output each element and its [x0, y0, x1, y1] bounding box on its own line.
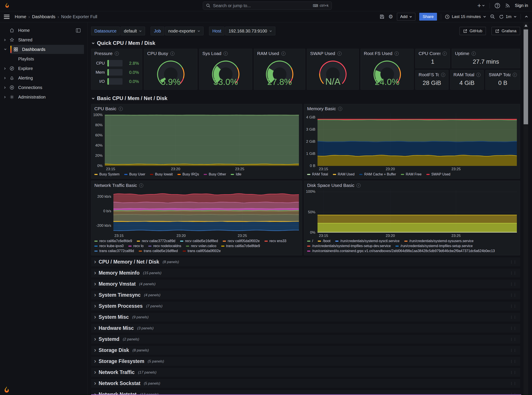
panel-title[interactable]: Sys Load: [202, 51, 221, 56]
legend-item[interactable]: /boot: [318, 239, 331, 243]
refresh-picker[interactable]: 1m: [499, 14, 517, 19]
dashboard-row-network-sockstat[interactable]: › Network Sockstat (5 panels) ⋮⋮: [91, 379, 520, 388]
info-icon[interactable]: i: [395, 52, 399, 56]
legend-item[interactable]: Busy IRQs: [178, 172, 199, 176]
legend-item[interactable]: /run/containerd/io.containerd.grpc.v1.cr…: [307, 249, 495, 253]
drag-handle-icon[interactable]: ⋮⋮: [510, 260, 517, 264]
legend-item[interactable]: trans calif05da0f002e: [183, 249, 221, 253]
scrollbar-thumb[interactable]: [524, 29, 528, 124]
variable-value-dropdown[interactable]: 192.168.30.73:9100: [225, 27, 275, 35]
variable-value-dropdown[interactable]: node-exporter: [165, 27, 204, 35]
scrollbar[interactable]: [524, 22, 528, 395]
legend-item[interactable]: trans caliac3772ca89d: [94, 249, 134, 253]
legend-item[interactable]: recv calif05da0f002e: [223, 239, 260, 243]
legend-item[interactable]: /run/credentials/systemd-sysctl.service: [335, 239, 400, 243]
panel-title[interactable]: Pressure: [94, 51, 113, 56]
panel-title[interactable]: Memory Basic: [307, 106, 336, 111]
dashboard-row-network-traffic[interactable]: › Network Traffic (17 panels) ⋮⋮: [91, 368, 520, 377]
legend-item[interactable]: RAM Free: [401, 172, 422, 176]
legend-item[interactable]: /: [307, 239, 313, 243]
legend-item[interactable]: Busy System: [94, 172, 119, 176]
info-icon[interactable]: i: [337, 52, 342, 56]
drag-handle-icon[interactable]: ⋮⋮: [510, 370, 517, 374]
legend-item[interactable]: /run/credentials/systemd-sysusers.servic…: [404, 239, 473, 243]
legend-item[interactable]: RAM Total: [307, 172, 328, 176]
drag-handle-icon[interactable]: ⋮⋮: [510, 381, 517, 385]
info-icon[interactable]: i: [223, 52, 228, 56]
add-new-button[interactable]: +: [477, 2, 485, 9]
collapse-toolbar-icon[interactable]: [525, 15, 528, 18]
dashboard-row-memory-vmstat[interactable]: › Memory Vmstat (4 panels) ⋮⋮: [91, 280, 520, 288]
drag-handle-icon[interactable]: ⋮⋮: [510, 326, 517, 330]
drag-handle-icon[interactable]: ⋮⋮: [510, 282, 517, 286]
sidebar-item-connections[interactable]: Connections: [0, 83, 84, 92]
legend-item[interactable]: recv ens33: [265, 239, 286, 243]
share-button[interactable]: Share: [419, 13, 437, 21]
panel-title[interactable]: RAM Total: [453, 72, 474, 77]
dashboard-row-system-timesync[interactable]: › System Timesync (4 panels) ⋮⋮: [91, 291, 520, 300]
dashboard-row-storage-disk[interactable]: › Storage Disk (8 panels) ⋮⋮: [91, 346, 520, 355]
legend-item[interactable]: SWAP Used: [426, 172, 451, 176]
legend-item[interactable]: trans cali6a7c6e8fde9: [221, 244, 260, 248]
chevron-down-icon[interactable]: [4, 48, 7, 51]
drag-handle-icon[interactable]: ⋮⋮: [510, 315, 517, 319]
panel-title[interactable]: SWAP Total: [489, 72, 510, 77]
legend-item[interactable]: recv nodelocaldns: [148, 244, 181, 248]
info-icon[interactable]: i: [338, 107, 342, 111]
legend-item[interactable]: Busy Other: [204, 172, 226, 176]
sidebar-item-administration[interactable]: Administration: [0, 93, 84, 102]
panel-title[interactable]: Disk Space Used Basic: [307, 183, 354, 188]
info-icon[interactable]: i: [170, 52, 174, 56]
legend-item[interactable]: /run/credentials/systemd-tmpfiles-setup-…: [307, 244, 391, 248]
panel-title[interactable]: Network Traffic Basic: [94, 183, 137, 188]
info-icon[interactable]: i: [119, 107, 123, 111]
info-icon[interactable]: i: [476, 73, 480, 77]
breadcrumb-item[interactable]: Dashboards: [32, 14, 55, 19]
sidebar-item-explore[interactable]: Explore: [0, 64, 84, 73]
link-button-grafana[interactable]: Grafana: [492, 27, 520, 35]
panel-title[interactable]: Uptime: [455, 51, 469, 56]
variable-value-dropdown[interactable]: default: [120, 27, 145, 35]
legend-item[interactable]: trans calibd5e16df8ed: [139, 249, 178, 253]
save-dashboard-icon[interactable]: [380, 14, 384, 19]
search-input[interactable]: [212, 3, 311, 8]
time-range-picker[interactable]: Last 15 minutes: [445, 14, 486, 19]
dashboard-settings-icon[interactable]: ⚙: [388, 14, 393, 20]
search-box[interactable]: ⌨ ctrl+k: [203, 1, 332, 10]
link-button-github[interactable]: GitHub: [460, 27, 486, 35]
drag-handle-icon[interactable]: ⋮⋮: [510, 293, 517, 297]
chevron-right-icon[interactable]: [0, 67, 10, 70]
drag-handle-icon[interactable]: ⋮⋮: [510, 304, 517, 308]
chevron-right-icon[interactable]: [0, 77, 10, 79]
panel-title[interactable]: CPU Basic: [94, 106, 116, 111]
drag-handle-icon[interactable]: ⋮⋮: [510, 348, 517, 352]
legend-item[interactable]: RAM Used: [333, 172, 354, 176]
chart-canvas[interactable]: [105, 113, 299, 166]
legend-item[interactable]: Busy Iowait: [150, 172, 173, 176]
legend-item[interactable]: Busy User: [124, 172, 145, 176]
dashboard-row-hardware-misc[interactable]: › Hardware Misc (3 panels) ⋮⋮: [91, 324, 520, 333]
chevron-right-icon[interactable]: [0, 38, 10, 41]
legend-item[interactable]: RAM Cache + Buffer: [359, 172, 396, 176]
panel-title[interactable]: RAM Used: [257, 51, 279, 56]
legend-item[interactable]: Idle: [231, 172, 241, 176]
panel-title[interactable]: SWAP Used: [310, 51, 335, 56]
help-icon[interactable]: [494, 3, 500, 8]
chevron-right-icon[interactable]: [0, 96, 10, 99]
dashboard-row-system-misc[interactable]: › System Misc (9 panels) ⋮⋮: [91, 313, 520, 322]
zoom-out-icon[interactable]: [490, 14, 495, 19]
dashboard-row-systemd[interactable]: › Systemd (2 panels) ⋮⋮: [91, 335, 520, 344]
drag-handle-icon[interactable]: ⋮⋮: [510, 271, 517, 275]
info-icon[interactable]: i: [441, 73, 445, 77]
legend-item[interactable]: recv caliac3772ca89d: [137, 239, 175, 243]
legend-item[interactable]: /run/credentials/systemd-tmpfiles-setup.…: [396, 244, 472, 248]
breadcrumb-item[interactable]: Node Exporter Full: [61, 14, 98, 19]
sidebar-item-dashboards[interactable]: Dashboards: [10, 45, 84, 54]
section-basic[interactable]: Basic CPU / Mem / Net / Disk: [92, 95, 520, 101]
news-icon[interactable]: [505, 3, 510, 8]
panel-title[interactable]: RootFS Total: [418, 72, 439, 77]
dashboard-row-system-processes[interactable]: › System Processes (7 panels) ⋮⋮: [91, 302, 520, 311]
dock-menu-icon[interactable]: [76, 28, 81, 33]
info-icon[interactable]: i: [139, 183, 143, 187]
breadcrumb-item[interactable]: Home: [15, 14, 26, 19]
